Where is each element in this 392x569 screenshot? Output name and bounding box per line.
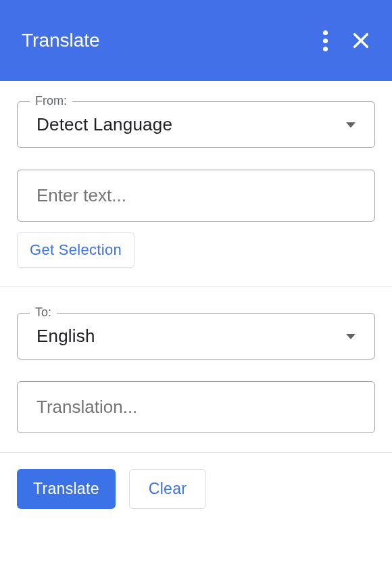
chevron-down-icon xyxy=(346,122,356,128)
from-section: From: Detect Language Get Selection xyxy=(0,81,392,287)
to-label: To: xyxy=(30,305,57,320)
source-text-input[interactable] xyxy=(36,185,356,206)
to-language-value: English xyxy=(36,326,95,347)
source-text-box[interactable] xyxy=(17,170,375,222)
app-header: Translate xyxy=(0,0,392,81)
from-language-select[interactable]: From: Detect Language xyxy=(17,101,375,148)
translation-box[interactable] xyxy=(17,381,375,433)
translation-output[interactable] xyxy=(36,397,356,418)
chevron-down-icon xyxy=(346,334,356,339)
translate-button[interactable]: Translate xyxy=(17,469,116,509)
from-language-value: Detect Language xyxy=(36,114,172,135)
get-selection-button[interactable]: Get Selection xyxy=(17,232,134,268)
to-section: To: English xyxy=(0,287,392,452)
action-bar: Translate Clear xyxy=(0,453,392,525)
from-label: From: xyxy=(30,94,72,108)
page-title: Translate xyxy=(22,30,320,51)
more-vert-icon[interactable] xyxy=(320,27,331,55)
close-icon[interactable] xyxy=(350,30,372,51)
to-language-select[interactable]: To: English xyxy=(17,313,375,360)
clear-button[interactable]: Clear xyxy=(129,469,206,509)
header-icons xyxy=(320,27,372,55)
